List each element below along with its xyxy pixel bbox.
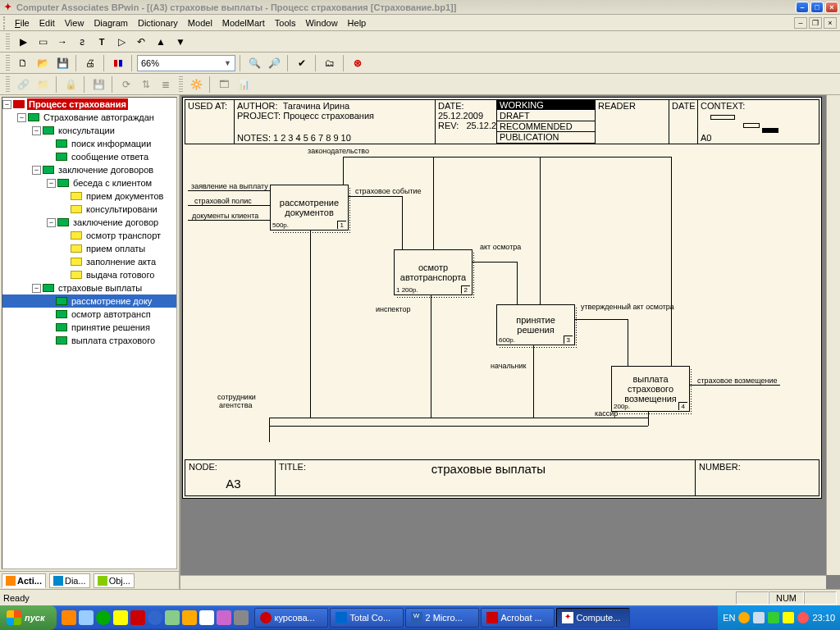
menu-window[interactable]: Window	[300, 16, 342, 30]
collapse-icon[interactable]: −	[32, 126, 41, 135]
tab-objects[interactable]: Obj...	[94, 573, 135, 588]
print-icon[interactable]: 🖨	[81, 54, 99, 72]
tree-item[interactable]: страховые выплаты	[57, 282, 144, 294]
activity-tool-icon[interactable]: ▭	[34, 33, 52, 51]
tab-diagrams[interactable]: Dia...	[49, 573, 90, 588]
tree-item[interactable]: заключение договоров	[57, 164, 155, 176]
mm-merge-icon[interactable]: ⇅	[137, 75, 155, 94]
mm-highlight-icon[interactable]: 🔆	[187, 75, 205, 94]
menu-model[interactable]: Model	[183, 16, 217, 30]
tree-item[interactable]: прием оплаты	[84, 243, 147, 254]
ql-icon[interactable]	[165, 610, 180, 625]
mm-open-icon[interactable]: 📁	[34, 75, 52, 94]
tray-icon[interactable]	[738, 612, 750, 623]
mm-save-icon[interactable]: 💾	[89, 75, 107, 94]
open-icon[interactable]: 📂	[34, 54, 52, 72]
taskbar-task[interactable]: W2 Micro...	[405, 608, 479, 628]
tree-item[interactable]: консультировани	[84, 203, 159, 215]
mm-sync-icon[interactable]: ⟳	[117, 75, 135, 94]
menu-edit[interactable]: Edit	[34, 16, 60, 30]
tree-root[interactable]: Процесс страхования	[27, 98, 128, 110]
collapse-icon[interactable]: −	[32, 284, 41, 293]
language-indicator[interactable]: EN	[723, 613, 735, 623]
tree-item[interactable]: беседа с клиентом	[71, 177, 153, 189]
taskbar-task[interactable]: Acrobat ...	[481, 608, 555, 628]
tree-item[interactable]: консультации	[57, 125, 116, 136]
collapse-icon[interactable]: −	[2, 100, 11, 109]
go-next-icon[interactable]: ▷	[112, 33, 130, 51]
mm-lock-icon[interactable]: 🔒	[62, 75, 80, 94]
collapse-icon[interactable]: −	[47, 218, 56, 227]
taskbar-task-active[interactable]: ✦Compute...	[556, 608, 630, 628]
menu-file[interactable]: File	[10, 16, 34, 30]
ql-icon[interactable]	[148, 610, 162, 625]
help-icon[interactable]: ⊛	[349, 54, 367, 72]
tray-icon[interactable]	[753, 612, 765, 623]
text-tool-icon[interactable]: T	[93, 33, 111, 51]
tree-item[interactable]: выдача готового	[84, 269, 156, 281]
taskbar-task[interactable]: Total Co...	[330, 608, 404, 628]
tab-activities[interactable]: Acti...	[2, 573, 46, 588]
tree-item[interactable]: осмотр автотрансп	[70, 308, 153, 320]
mm-report-icon[interactable]: 📊	[235, 75, 253, 94]
horizontal-scrollbar[interactable]	[180, 575, 826, 589]
mm-connect-icon[interactable]: 🔗	[14, 75, 32, 94]
tree-item[interactable]: выплата страхового	[70, 335, 157, 346]
new-icon[interactable]: 🗋	[14, 54, 32, 72]
collapse-icon[interactable]: −	[32, 166, 41, 175]
pointer-tool-icon[interactable]: ▶	[14, 33, 32, 51]
activity-box-2[interactable]: осмотравтотранспорта 1 200р.2	[394, 249, 472, 295]
undo-icon[interactable]: ↶	[132, 33, 150, 51]
ql-icon[interactable]	[130, 610, 145, 625]
collapse-icon[interactable]: −	[17, 113, 26, 122]
mdi-restore-button[interactable]: ❐	[809, 17, 822, 29]
minimize-button[interactable]: –	[796, 2, 809, 13]
tray-icon[interactable]	[797, 612, 809, 623]
close-button[interactable]: ×	[825, 2, 838, 13]
ql-icon[interactable]	[96, 610, 111, 625]
tray-icon[interactable]	[768, 612, 779, 623]
tree-item[interactable]: принятие решения	[70, 322, 152, 333]
activity-box-3[interactable]: принятие решения 600р.3	[496, 304, 575, 345]
taskbar-task[interactable]: курсова...	[254, 608, 328, 628]
menu-modelmart[interactable]: ModelMart	[217, 16, 270, 30]
save-icon[interactable]: 💾	[53, 54, 71, 72]
maximize-button[interactable]: □	[810, 2, 824, 13]
mm-browser-icon[interactable]: 🗔	[215, 75, 233, 94]
tree-item-selected[interactable]: рассмотрение доку	[70, 295, 153, 307]
tree-item[interactable]: сообщение ответа	[70, 151, 150, 162]
up-icon[interactable]: ▲	[152, 33, 170, 51]
collapse-icon[interactable]: −	[47, 179, 56, 188]
ql-icon[interactable]	[199, 610, 214, 625]
ql-icon[interactable]	[79, 610, 94, 625]
down-icon[interactable]: ▼	[171, 33, 189, 51]
tree-item[interactable]: осмотр транспорт	[84, 230, 162, 241]
activity-box-4[interactable]: выплатастраховоговозмещения 200р.4	[611, 366, 690, 412]
ql-icon[interactable]	[113, 610, 128, 625]
arrow-tool-icon[interactable]: →	[53, 33, 71, 51]
mdi-minimize-button[interactable]: –	[794, 17, 807, 29]
ql-icon[interactable]	[217, 610, 231, 625]
menu-dictionary[interactable]: Dictionary	[133, 16, 183, 30]
tray-icon[interactable]	[783, 612, 794, 623]
start-button[interactable]: пуск	[0, 605, 57, 630]
model-tree[interactable]: −Процесс страхования −Страхование автогр…	[2, 97, 177, 569]
mm-diff-icon[interactable]: ≣	[157, 75, 175, 94]
ql-icon[interactable]	[62, 610, 76, 625]
reports-icon[interactable]: ▮▮	[109, 54, 127, 72]
tree-item[interactable]: поиск информации	[70, 138, 153, 149]
tree-item[interactable]: Страхование автограждан	[42, 112, 156, 123]
menu-help[interactable]: Help	[343, 16, 372, 30]
vertical-scrollbar[interactable]	[826, 95, 840, 575]
clock[interactable]: 23:10	[812, 613, 835, 623]
tree-item[interactable]: заключение договор	[71, 217, 160, 228]
zoom-combo[interactable]: 66%▼	[137, 55, 235, 71]
menu-tools[interactable]: Tools	[270, 16, 301, 30]
diagram-canvas[interactable]: USED AT: AUTHOR: Тагачина Ирина PROJECT:…	[180, 95, 840, 589]
tree-item[interactable]: заполнение акта	[84, 256, 158, 267]
menu-diagram[interactable]: Diagram	[89, 16, 133, 30]
zoom-in-icon[interactable]: 🔍	[245, 54, 263, 72]
model-explorer-icon[interactable]: 🗂	[321, 54, 339, 72]
spellcheck-icon[interactable]: ✔	[293, 54, 311, 72]
mdi-close-button[interactable]: ×	[824, 17, 837, 29]
